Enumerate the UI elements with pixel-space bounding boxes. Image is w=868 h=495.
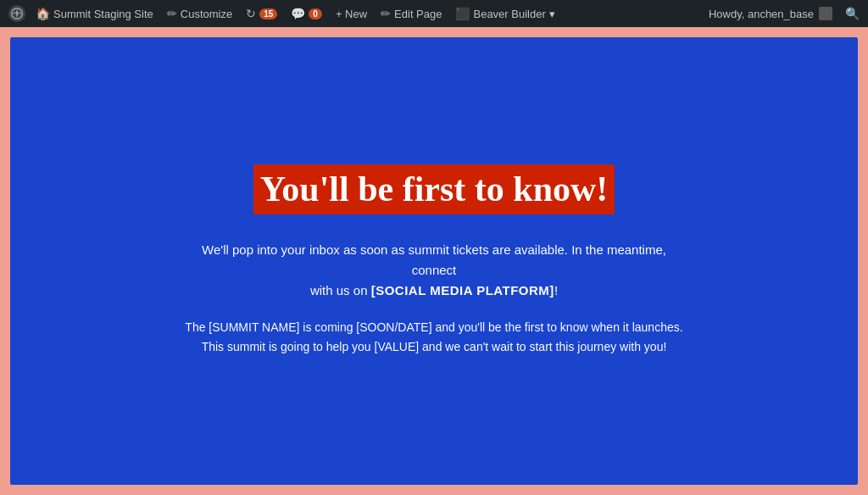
new-label: + New <box>336 8 367 20</box>
updates-icon: ↻ <box>246 7 256 20</box>
updates-badge: 15 <box>259 8 277 19</box>
user-menu[interactable]: Howdy, anchen_base <box>704 7 837 20</box>
comments-icon: 💬 <box>291 7 305 20</box>
beaver-dropdown-icon: ▾ <box>549 8 555 20</box>
description-line1: The [SUMMIT NAME] is coming [SOON/DATE] … <box>185 320 682 334</box>
admin-bar: 🏠 Summit Staging Site ✏ Customize ↻ 15 💬… <box>0 0 868 27</box>
description-text: The [SUMMIT NAME] is coming [SOON/DATE] … <box>180 318 688 359</box>
description-line2: This summit is going to help you [VALUE]… <box>202 340 667 353</box>
site-name-label: Summit Staging Site <box>53 8 153 20</box>
comments-link[interactable]: 💬 0 <box>284 0 329 27</box>
customize-label: Customize <box>181 8 232 20</box>
new-content-link[interactable]: + New <box>329 0 374 27</box>
wp-logo-icon <box>8 5 25 22</box>
comments-badge: 0 <box>309 8 322 19</box>
edit-page-link[interactable]: ✏ Edit Page <box>374 0 448 27</box>
customize-icon: ✏ <box>167 7 177 20</box>
subtext-end: ! <box>554 283 558 298</box>
adminbar-right-section: Howdy, anchen_base 🔍 <box>704 3 863 25</box>
page-frame: You'll be first to know! We'll pop into … <box>10 37 858 485</box>
main-heading: You'll be first to know! <box>253 164 615 214</box>
search-icon: 🔍 <box>845 7 860 20</box>
search-button[interactable]: 🔍 <box>841 3 863 25</box>
content-center: You'll be first to know! We'll pop into … <box>163 131 705 392</box>
edit-page-label: Edit Page <box>394 8 442 20</box>
updates-link[interactable]: ↻ 15 <box>239 0 284 27</box>
beaver-builder-menu[interactable]: ⬛ Beaver Builder ▾ <box>448 0 561 27</box>
platform-highlight: [SOCIAL MEDIA PLATFORM] <box>371 283 554 298</box>
main-wrapper: You'll be first to know! We'll pop into … <box>0 27 868 495</box>
user-avatar <box>819 7 832 20</box>
sub-text: We'll pop into your inbox as soon as sum… <box>180 240 688 301</box>
site-name-link[interactable]: 🏠 Summit Staging Site <box>29 0 160 27</box>
wp-logo[interactable] <box>5 0 29 27</box>
beaver-icon: ⬛ <box>455 7 470 20</box>
edit-icon: ✏ <box>381 7 391 20</box>
site-icon: 🏠 <box>36 7 50 20</box>
customize-link[interactable]: ✏ Customize <box>160 0 239 27</box>
beaver-builder-label: Beaver Builder <box>473 8 545 20</box>
howdy-text: Howdy, anchen_base <box>709 8 814 20</box>
subtext-line1: We'll pop into your inbox as soon as sum… <box>202 242 666 277</box>
subtext-line2: with us on <box>310 283 371 298</box>
